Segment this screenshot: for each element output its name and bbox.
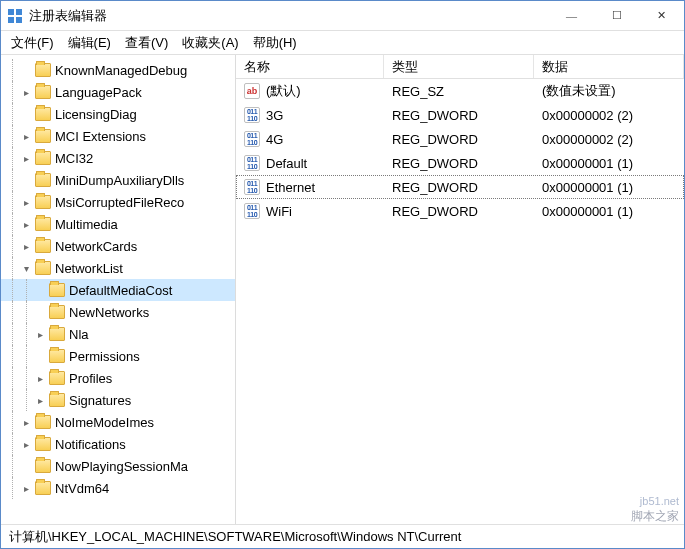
dword-value-icon: 011110 [244,203,260,219]
folder-icon [35,415,51,429]
chevron-right-icon[interactable] [19,153,33,164]
tree-item-permissions[interactable]: Permissions [1,345,235,367]
value-name: WiFi [266,204,292,219]
menu-favorites[interactable]: 收藏夹(A) [182,34,238,52]
tree-item-label: NoImeModeImes [55,415,154,430]
value-row[interactable]: 0111103GREG_DWORD0x00000002 (2) [236,103,684,127]
list-pane: 名称 类型 数据 ab(默认)REG_SZ(数值未设置)0111103GREG_… [236,55,684,524]
tree-item-ntvdm64[interactable]: NtVdm64 [1,477,235,499]
chevron-right-icon[interactable] [19,241,33,252]
tree-item-newnetworks[interactable]: NewNetworks [1,301,235,323]
app-icon [7,8,23,24]
tree-item-label: Notifications [55,437,126,452]
chevron-right-icon[interactable] [19,439,33,450]
tree-item-label: MCI Extensions [55,129,146,144]
dword-value-icon: 011110 [244,107,260,123]
value-data: 0x00000001 (1) [542,180,633,195]
value-row[interactable]: ab(默认)REG_SZ(数值未设置) [236,79,684,103]
list-body[interactable]: ab(默认)REG_SZ(数值未设置)0111103GREG_DWORD0x00… [236,79,684,524]
value-data: 0x00000001 (1) [542,204,633,219]
chevron-right-icon[interactable] [19,197,33,208]
maximize-button[interactable]: ☐ [594,1,639,30]
column-type[interactable]: 类型 [384,55,534,78]
menu-view[interactable]: 查看(V) [125,34,168,52]
tree-item-label: LanguagePack [55,85,142,100]
tree-item-profiles[interactable]: Profiles [1,367,235,389]
tree-item-label: NetworkList [55,261,123,276]
folder-icon [35,151,51,165]
folder-icon [35,217,51,231]
column-name[interactable]: 名称 [236,55,384,78]
tree-item-label: MiniDumpAuxiliaryDlls [55,173,184,188]
tree-item-networklist[interactable]: NetworkList [1,257,235,279]
close-button[interactable]: ✕ [639,1,684,30]
tree-item-minidumpauxiliarydlls[interactable]: MiniDumpAuxiliaryDlls [1,169,235,191]
chevron-right-icon[interactable] [33,329,47,340]
tree-item-nowplayingsessionma[interactable]: NowPlayingSessionMa [1,455,235,477]
value-row[interactable]: 011110EthernetREG_DWORD0x00000001 (1) [236,175,684,199]
chevron-right-icon[interactable] [33,395,47,406]
tree-item-signatures[interactable]: Signatures [1,389,235,411]
value-row[interactable]: 0111104GREG_DWORD0x00000002 (2) [236,127,684,151]
value-type: REG_DWORD [392,180,478,195]
chevron-down-icon[interactable] [19,263,33,274]
tree-item-label: Signatures [69,393,131,408]
svg-rect-0 [8,9,14,15]
value-data: 0x00000002 (2) [542,132,633,147]
menu-help[interactable]: 帮助(H) [253,34,297,52]
chevron-right-icon[interactable] [19,483,33,494]
tree-item-mci32[interactable]: MCI32 [1,147,235,169]
dword-value-icon: 011110 [244,179,260,195]
status-path: 计算机\HKEY_LOCAL_MACHINE\SOFTWARE\Microsof… [9,528,461,546]
menu-edit[interactable]: 编辑(E) [68,34,111,52]
column-data[interactable]: 数据 [534,55,684,78]
tree-item-label: Nla [69,327,89,342]
tree-item-licensingdiag[interactable]: LicensingDiag [1,103,235,125]
menu-file[interactable]: 文件(F) [11,34,54,52]
dword-value-icon: 011110 [244,155,260,171]
folder-icon [35,459,51,473]
tree-item-networkcards[interactable]: NetworkCards [1,235,235,257]
dword-value-icon: 011110 [244,131,260,147]
tree-item-multimedia[interactable]: Multimedia [1,213,235,235]
folder-icon [35,129,51,143]
chevron-right-icon[interactable] [19,417,33,428]
tree-item-knownmanageddebug[interactable]: KnownManagedDebug [1,59,235,81]
svg-rect-2 [8,17,14,23]
value-type: REG_DWORD [392,204,478,219]
string-value-icon: ab [244,83,260,99]
content-area: KnownManagedDebugLanguagePackLicensingDi… [1,55,684,524]
minimize-button[interactable]: — [549,1,594,30]
value-name: Ethernet [266,180,315,195]
folder-icon [35,107,51,121]
folder-icon [35,481,51,495]
menubar: 文件(F) 编辑(E) 查看(V) 收藏夹(A) 帮助(H) [1,31,684,55]
tree-item-msicorruptedfilereco[interactable]: MsiCorruptedFileReco [1,191,235,213]
value-name: 4G [266,132,283,147]
tree-pane[interactable]: KnownManagedDebugLanguagePackLicensingDi… [1,55,236,524]
tree-item-notifications[interactable]: Notifications [1,433,235,455]
folder-icon [49,327,65,341]
tree-item-languagepack[interactable]: LanguagePack [1,81,235,103]
value-row[interactable]: 011110WiFiREG_DWORD0x00000001 (1) [236,199,684,223]
chevron-right-icon[interactable] [33,373,47,384]
chevron-right-icon[interactable] [19,219,33,230]
folder-icon [35,85,51,99]
tree-item-defaultmediacost[interactable]: DefaultMediaCost [1,279,235,301]
tree-item-noimemodeimes[interactable]: NoImeModeImes [1,411,235,433]
value-row[interactable]: 011110DefaultREG_DWORD0x00000001 (1) [236,151,684,175]
svg-rect-1 [16,9,22,15]
titlebar: 注册表编辑器 — ☐ ✕ [1,1,684,31]
tree-item-nla[interactable]: Nla [1,323,235,345]
tree-item-label: NewNetworks [69,305,149,320]
chevron-right-icon[interactable] [19,131,33,142]
folder-icon [35,173,51,187]
chevron-right-icon[interactable] [19,87,33,98]
value-type: REG_DWORD [392,132,478,147]
tree-item-label: KnownManagedDebug [55,63,187,78]
value-name: Default [266,156,307,171]
tree-item-label: Multimedia [55,217,118,232]
tree-item-label: NetworkCards [55,239,137,254]
folder-icon [49,283,65,297]
tree-item-mci-extensions[interactable]: MCI Extensions [1,125,235,147]
